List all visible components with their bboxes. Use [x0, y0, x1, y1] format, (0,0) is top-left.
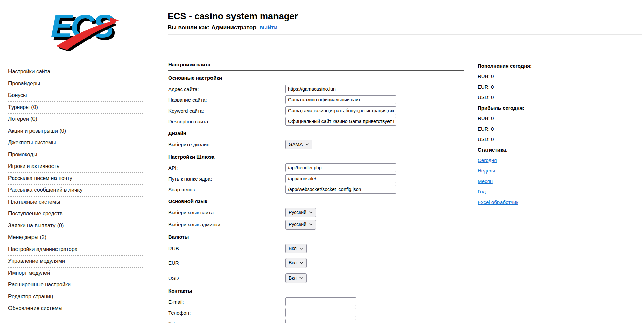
stats-link[interactable]: Год: [478, 189, 486, 195]
sidebar-item[interactable]: Настройки сайта: [8, 66, 145, 78]
sidebar-item[interactable]: Игроки и активность: [8, 161, 145, 173]
field-label: Telegram:: [168, 321, 285, 323]
form-row: Выберите дизайн:GAMA: [168, 140, 464, 149]
design-select[interactable]: GAMA: [285, 140, 312, 149]
field-label: API:: [168, 165, 285, 171]
form-section-title: Контакты: [168, 288, 464, 294]
email-field[interactable]: [285, 297, 356, 306]
site-name-field[interactable]: [285, 95, 396, 104]
stats-link[interactable]: Неделя: [478, 168, 495, 174]
sidebar-item[interactable]: Настройки администратора: [8, 244, 145, 256]
field-label: Путь к папке ядра:: [168, 176, 285, 182]
soap-gateway-field[interactable]: [285, 185, 396, 194]
form-row: Выбери язык сайтаРусский: [168, 208, 464, 217]
field-label: Keyword сайта:: [168, 108, 285, 114]
profit-list: RUB: 0EUR: 0USD: 0: [478, 115, 579, 142]
sidebar-menu: Настройки сайтаПровайдерыБонусыТурниры (…: [8, 66, 145, 315]
sidebar-item[interactable]: Менеджеры (2): [8, 232, 145, 244]
field-label: RUB: [168, 246, 285, 251]
select-value: Русский: [289, 209, 306, 215]
stats-link[interactable]: Сегодня: [478, 157, 497, 163]
rub-toggle-select[interactable]: Вкл: [285, 244, 307, 253]
stats-links: СегодняНеделяМесяцГодExcel обработчик: [478, 157, 579, 205]
sidebar-item[interactable]: Акции и розыгрыши (0): [8, 125, 145, 137]
eur-toggle-select[interactable]: Вкл: [285, 258, 307, 268]
form-row: Название сайта:: [168, 95, 464, 104]
field-label: Выбери язык админки: [168, 222, 285, 227]
telegram-field[interactable]: [285, 319, 356, 323]
profit-value: RUB: 0: [478, 115, 579, 121]
header: ECS - casino system manager Вы вошли как…: [168, 11, 298, 31]
sidebar-item[interactable]: Промокоды: [8, 149, 145, 161]
header-divider: [168, 34, 642, 35]
site-language-select[interactable]: Русский: [285, 208, 316, 217]
field-label: EUR: [168, 260, 285, 266]
form-row: E-mail:: [168, 297, 464, 306]
field-label: E-mail:: [168, 299, 285, 305]
statistics-title: Статистика:: [478, 147, 579, 153]
usd-toggle-select[interactable]: Вкл: [285, 273, 307, 283]
content-divider: [470, 56, 470, 323]
select-value: GAMA: [289, 141, 303, 147]
sidebar-item[interactable]: Управление модулями: [8, 256, 145, 268]
form-row: Keyword сайта:: [168, 106, 464, 115]
chevron-down-icon: [305, 143, 309, 146]
select-value: Вкл: [289, 245, 297, 251]
sidebar-item[interactable]: Импорт модулей: [8, 268, 145, 279]
deposits-today-title: Пополнения сегодня:: [478, 63, 579, 69]
form-section-title: Основной язык: [168, 198, 464, 204]
form-row: Telegram:: [168, 319, 464, 323]
sidebar-item[interactable]: Обновление системы: [8, 303, 145, 315]
form-row: Адрес сайта:: [168, 85, 464, 93]
sidebar-item[interactable]: Рассылка сообщений в личку: [8, 185, 145, 197]
site-address-field[interactable]: [285, 85, 396, 93]
core-folder-field[interactable]: [285, 174, 396, 183]
field-label: Soap шлюз:: [168, 187, 285, 192]
sidebar-item[interactable]: Поступление средств: [8, 208, 145, 220]
form-section-title: Основные настройки: [168, 75, 464, 81]
sidebar-item[interactable]: Заявки на выплату (0): [8, 220, 145, 232]
form-section-title: Валюты: [168, 234, 464, 240]
field-label: Выбери язык сайта: [168, 210, 285, 215]
sidebar-item[interactable]: Лотереи (0): [8, 114, 145, 125]
form-row: Soap шлюз:: [168, 185, 464, 194]
form-row: Путь к папке ядра:: [168, 174, 464, 183]
site-description-field[interactable]: [285, 117, 396, 126]
form-row: API:: [168, 163, 464, 172]
profit-today-title: Прибыль сегодня:: [478, 105, 579, 111]
chevron-down-icon: [309, 223, 313, 226]
admin-language-select[interactable]: Русский: [285, 220, 316, 229]
field-label: Выберите дизайн:: [168, 142, 285, 147]
login-status: Вы вошли как: Администратор выйти: [168, 24, 298, 31]
profit-value: USD: 0: [478, 136, 579, 142]
chevron-down-icon: [299, 277, 303, 279]
field-label: USD: [168, 275, 285, 281]
profit-value: EUR: 0: [478, 126, 579, 132]
sidebar-item[interactable]: Платёжные системы: [8, 197, 145, 208]
sidebar-item[interactable]: Провайдеры: [8, 78, 145, 90]
chevron-down-icon: [299, 247, 303, 250]
sidebar-item[interactable]: Рассылка писем на почту: [8, 173, 145, 185]
deposit-value: USD: 0: [478, 94, 579, 100]
form-row: RUBВкл: [168, 244, 464, 253]
main-title-divider: [168, 70, 464, 71]
site-keywords-field[interactable]: [285, 106, 396, 115]
api-field[interactable]: [285, 163, 396, 172]
page-title: ECS - casino system manager: [168, 11, 298, 22]
form-row: Телефон:: [168, 308, 464, 317]
sidebar-item[interactable]: Редактор страниц: [8, 291, 145, 303]
page: ECS ECS ECS - casino system manager Вы в…: [0, 0, 644, 323]
form-row: Выбери язык админкиРусский: [168, 220, 464, 229]
sidebar-item[interactable]: Турниры (0): [8, 102, 145, 114]
stats-link[interactable]: Месяц: [478, 178, 493, 184]
stats-link[interactable]: Excel обработчик: [478, 199, 518, 205]
login-status-text: Вы вошли как: Администратор: [168, 24, 256, 31]
field-label: Адрес сайта:: [168, 86, 285, 92]
phone-field[interactable]: [285, 308, 356, 317]
main-content: Настройки сайта Основные настройкиАдрес …: [168, 62, 464, 323]
form-section-title: Настройки Шлюза: [168, 154, 464, 160]
logout-link[interactable]: выйти: [259, 24, 277, 31]
sidebar-item[interactable]: Джекпоты системы: [8, 137, 145, 149]
sidebar-item[interactable]: Бонусы: [8, 90, 145, 102]
sidebar-item[interactable]: Расширенные настройки: [8, 279, 145, 291]
